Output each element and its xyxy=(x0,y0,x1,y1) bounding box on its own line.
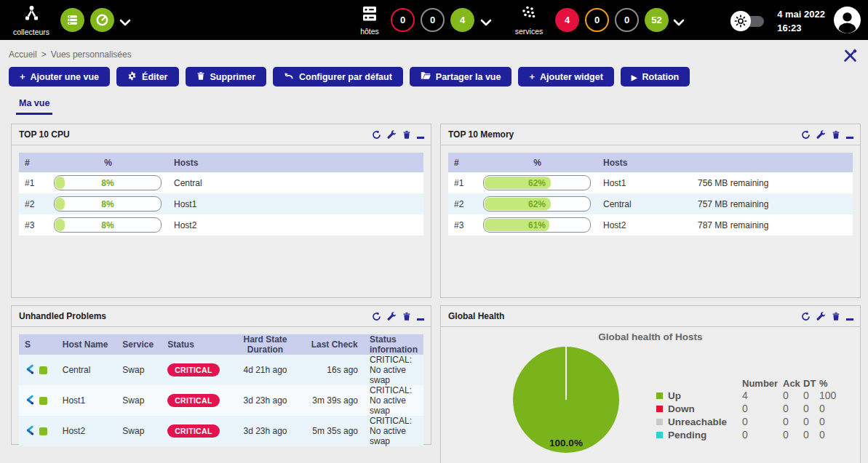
column-header: # xyxy=(19,153,48,172)
top-memory-table: # % Hosts #162%Host1756 MB remaining#262… xyxy=(448,153,853,235)
wrench-icon[interactable] xyxy=(816,130,826,140)
host-cell[interactable]: Central xyxy=(168,172,423,193)
minimize-icon[interactable] xyxy=(846,313,853,321)
tab-ma-vue[interactable]: Ma vue xyxy=(16,95,52,115)
last-check-cell: 5m 35s ago xyxy=(305,416,364,446)
trash-icon[interactable] xyxy=(832,130,840,140)
button-label: Partager la vue xyxy=(436,72,501,82)
hosts-menu[interactable]: hôtes xyxy=(354,5,385,36)
services-counter-2[interactable]: 0 xyxy=(615,8,639,32)
status-info-cell: CRITICAL: No active swap xyxy=(364,385,423,416)
toolbar-button--diter[interactable]: Éditer xyxy=(116,67,178,86)
pollers-menu[interactable]: collecteurs xyxy=(10,4,52,36)
toolbar-button-partager-la-vue[interactable]: Partager la vue xyxy=(410,67,512,86)
refresh-icon[interactable] xyxy=(801,130,811,140)
centreon-icon[interactable] xyxy=(25,363,36,377)
toolbar-button-supprimer[interactable]: Supprimer xyxy=(186,67,267,86)
folder-icon xyxy=(421,71,431,82)
host-cell[interactable]: Host2 xyxy=(597,214,692,235)
widget-action-icons xyxy=(801,312,853,321)
breadcrumb-home[interactable]: Accueil xyxy=(9,49,37,60)
toolbar-button-rotation[interactable]: ▶Rotation xyxy=(621,67,690,86)
services-counter-0[interactable]: 4 xyxy=(555,8,579,32)
breadcrumb-separator: > xyxy=(41,49,47,60)
hosts-icon xyxy=(362,12,378,25)
poller-gauge-button[interactable] xyxy=(90,8,114,32)
host-cell[interactable]: Host1 xyxy=(597,172,692,193)
services-counter-1[interactable]: 0 xyxy=(585,8,609,32)
top-bar: collecteurs hôtes 004 services 40052 xyxy=(0,0,868,40)
column-header: Hosts xyxy=(168,153,423,172)
host-cell[interactable]: Central xyxy=(597,193,692,214)
toolbar-button-configurer-par-d-faut[interactable]: Configurer par défaut xyxy=(273,67,403,86)
centreon-icon[interactable] xyxy=(25,424,36,438)
toolbar-button-ajouter-widget[interactable]: +Ajouter widget xyxy=(518,67,613,86)
widget-action-icons xyxy=(372,130,424,140)
poller-list-button[interactable] xyxy=(60,8,84,32)
host-name-cell[interactable]: Host1 xyxy=(57,385,117,416)
usage-percent-label: 62% xyxy=(484,176,590,190)
service-cell[interactable]: Swap xyxy=(116,416,162,446)
wrench-icon[interactable] xyxy=(816,312,826,321)
widget-top-cpu: TOP 10 CPU # % Hosts #18%Central#28%Host… xyxy=(11,124,431,298)
trash-icon[interactable] xyxy=(832,312,840,321)
legend-pct: 0 xyxy=(819,415,850,428)
refresh-icon[interactable] xyxy=(801,312,811,321)
legend-ack: 0 xyxy=(783,389,803,402)
pollers-icon xyxy=(22,13,41,25)
widget-title: Unhandled Problems xyxy=(19,311,372,321)
theme-toggle[interactable] xyxy=(735,16,764,27)
service-cell[interactable]: Swap xyxy=(116,355,162,385)
gear-icon xyxy=(127,71,137,83)
legend-number: 4 xyxy=(742,389,783,402)
problem-row: Host1SwapCRITICAL3d 23h ago3m 39s agoCRI… xyxy=(19,385,423,416)
wrench-icon[interactable] xyxy=(387,130,397,140)
hosts-counter-2[interactable]: 4 xyxy=(450,8,474,32)
refresh-icon[interactable] xyxy=(372,130,381,140)
pollers-chevron-down-icon[interactable] xyxy=(119,16,131,29)
services-chevron-down-icon[interactable] xyxy=(673,16,685,29)
legend-row: Unreachable0000 xyxy=(656,415,850,428)
legend-header: DT xyxy=(803,378,819,389)
edit-mode-icon[interactable] xyxy=(843,48,858,66)
minimize-icon[interactable] xyxy=(417,131,424,139)
wrench-icon[interactable] xyxy=(387,312,397,321)
toolbar-button-ajouter-une-vue[interactable]: +Ajouter une vue xyxy=(9,67,110,86)
trash-icon[interactable] xyxy=(402,130,411,140)
host-cell[interactable]: Host2 xyxy=(168,214,423,235)
column-header: Hard State Duration xyxy=(226,334,306,355)
problems-table: S Host Name Service Status Hard State Du… xyxy=(19,334,423,446)
host-cell[interactable]: Host1 xyxy=(168,193,423,214)
legend-dt: 0 xyxy=(803,389,819,402)
service-cell[interactable]: Swap xyxy=(116,385,162,416)
centreon-icon[interactable] xyxy=(25,394,36,408)
services-menu[interactable]: services xyxy=(511,5,547,36)
services-counter-3[interactable]: 52 xyxy=(645,8,669,32)
hosts-counter-1[interactable]: 0 xyxy=(421,8,445,32)
host-name-cell[interactable]: Host2 xyxy=(57,416,117,446)
legend-color-swatch xyxy=(656,406,663,412)
problem-row: Host2SwapCRITICAL3d 23h ago5m 35s agoCRI… xyxy=(19,416,423,446)
table-row: #262%Central757 MB remaining xyxy=(448,193,853,214)
minimize-icon[interactable] xyxy=(846,131,853,139)
services-icon xyxy=(520,12,538,25)
hosts-counter-0[interactable]: 0 xyxy=(391,8,415,32)
trash-icon[interactable] xyxy=(402,312,411,321)
legend-row: Down0000 xyxy=(656,402,850,415)
legend-dt: 0 xyxy=(803,428,819,441)
refresh-icon[interactable] xyxy=(372,312,381,321)
legend-label: Pending xyxy=(668,430,706,440)
host-name-cell[interactable]: Central xyxy=(57,355,117,385)
legend-color-swatch xyxy=(656,432,663,438)
widget-global-health-header: Global Health xyxy=(441,306,860,327)
widget-title: Global Health xyxy=(448,311,801,321)
column-header: Status information xyxy=(364,334,423,355)
user-avatar[interactable] xyxy=(834,7,861,36)
clock-time: 16:23 xyxy=(777,22,825,36)
legend-pct: 0 xyxy=(819,428,850,441)
breadcrumb-current[interactable]: Vues personnalisées xyxy=(51,49,132,60)
legend-color-swatch xyxy=(656,392,663,399)
hosts-chevron-down-icon[interactable] xyxy=(480,16,492,29)
top-cpu-table: # % Hosts #18%Central#28%Host1#38%Host2 xyxy=(19,153,423,235)
minimize-icon[interactable] xyxy=(417,313,424,321)
